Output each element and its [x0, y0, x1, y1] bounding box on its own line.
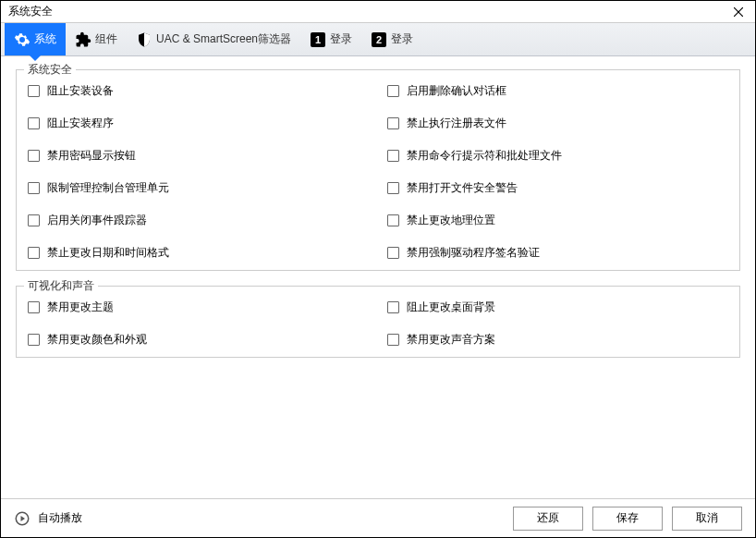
tab-label: 组件: [95, 31, 117, 47]
option-disable-cmd-batch[interactable]: 禁用命令行提示符和批处理文件: [387, 148, 728, 164]
option-label: 阻止安装程序: [47, 116, 114, 131]
autoplay-button[interactable]: 自动播放: [14, 510, 82, 527]
option-enable-shutdown-tracker[interactable]: 启用关闭事件跟踪器: [28, 213, 369, 228]
option-block-change-wallpaper[interactable]: 阻止更改桌面背景: [387, 300, 728, 315]
option-label: 禁用打开文件安全警告: [407, 180, 518, 196]
checkbox[interactable]: [28, 334, 40, 346]
checkbox[interactable]: [28, 117, 40, 129]
option-label: 限制管理控制台管理单元: [47, 180, 169, 196]
tab-label: 系统: [34, 31, 56, 47]
option-disable-driver-signing[interactable]: 禁用强制驱动程序签名验证: [387, 245, 728, 261]
checkbox[interactable]: [387, 214, 399, 226]
option-label: 禁止执行注册表文件: [407, 116, 506, 131]
number-2-icon: 2: [371, 31, 387, 48]
option-block-install-device[interactable]: 阻止安装设备: [28, 83, 369, 99]
options-grid: 阻止安装设备 启用删除确认对话框 阻止安装程序 禁止执行注册表文件 禁用密码显示…: [28, 83, 728, 261]
option-label: 禁用更改声音方案: [407, 332, 495, 348]
group-title: 可视化和声音: [24, 278, 98, 294]
autoplay-label: 自动播放: [38, 510, 82, 526]
option-disable-change-geolocation[interactable]: 禁止更改地理位置: [387, 213, 728, 228]
group-visual-sound: 可视化和声音 禁用更改主题 阻止更改桌面背景 禁用更改颜色和外观 禁用更改声音方…: [16, 286, 740, 358]
checkbox[interactable]: [387, 334, 399, 346]
tab-login-1[interactable]: 1 登录: [300, 23, 361, 55]
option-disable-password-reveal[interactable]: 禁用密码显示按钮: [28, 148, 369, 164]
tab-label: 登录: [391, 31, 413, 47]
puzzle-icon: [75, 31, 91, 48]
option-disable-registry-exec[interactable]: 禁止执行注册表文件: [387, 116, 728, 131]
footer: 自动播放 还原 保存 取消: [1, 498, 755, 537]
titlebar: 系统安全: [1, 1, 755, 23]
tab-system[interactable]: 系统: [5, 23, 66, 55]
gear-icon: [14, 31, 30, 48]
option-label: 禁用更改主题: [47, 300, 114, 315]
tab-login-2[interactable]: 2 登录: [361, 23, 422, 55]
play-icon: [14, 510, 30, 527]
option-disable-change-theme[interactable]: 禁用更改主题: [28, 300, 369, 315]
restore-button[interactable]: 还原: [513, 507, 583, 531]
cancel-button[interactable]: 取消: [672, 507, 742, 531]
option-label: 启用关闭事件跟踪器: [47, 213, 147, 228]
option-label: 禁止更改日期和时间格式: [47, 245, 169, 261]
save-button[interactable]: 保存: [592, 507, 663, 531]
option-label: 禁用强制驱动程序签名验证: [407, 245, 540, 261]
option-label: 禁用更改颜色和外观: [47, 332, 147, 348]
option-label: 启用删除确认对话框: [407, 83, 506, 99]
option-disable-change-sound[interactable]: 禁用更改声音方案: [387, 332, 728, 348]
group-title: 系统安全: [24, 62, 76, 78]
checkbox[interactable]: [387, 150, 399, 162]
option-enable-delete-confirm[interactable]: 启用删除确认对话框: [387, 83, 728, 99]
option-disable-open-file-warning[interactable]: 禁用打开文件安全警告: [387, 180, 728, 196]
content-area: 系统安全 阻止安装设备 启用删除确认对话框 阻止安装程序 禁止执行注册表文件 禁…: [1, 56, 755, 498]
option-label: 禁用命令行提示符和批处理文件: [407, 148, 562, 164]
tab-uac-smartscreen[interactable]: UAC & SmartScreen筛选器: [127, 23, 300, 55]
option-disable-change-color[interactable]: 禁用更改颜色和外观: [28, 332, 369, 348]
option-restrict-mmc[interactable]: 限制管理控制台管理单元: [28, 180, 369, 196]
number-1-icon: 1: [310, 31, 326, 48]
checkbox[interactable]: [28, 150, 40, 162]
checkbox[interactable]: [387, 182, 399, 194]
option-label: 阻止更改桌面背景: [407, 300, 495, 315]
option-block-install-program[interactable]: 阻止安装程序: [28, 116, 369, 131]
checkbox[interactable]: [28, 214, 40, 226]
options-grid: 禁用更改主题 阻止更改桌面背景 禁用更改颜色和外观 禁用更改声音方案: [28, 300, 728, 348]
tabbar: 系统 组件 UAC & SmartScreen筛选器 1 登录 2 登录: [1, 23, 755, 56]
checkbox[interactable]: [28, 182, 40, 194]
checkbox[interactable]: [28, 301, 40, 313]
tab-label: 登录: [330, 31, 352, 47]
checkbox[interactable]: [387, 117, 399, 129]
option-label: 阻止安装设备: [47, 83, 114, 99]
shield-icon: [136, 31, 152, 48]
group-system-security: 系统安全 阻止安装设备 启用删除确认对话框 阻止安装程序 禁止执行注册表文件 禁…: [16, 69, 740, 271]
tab-components[interactable]: 组件: [66, 23, 127, 55]
checkbox[interactable]: [387, 247, 399, 259]
option-disable-change-datetime[interactable]: 禁止更改日期和时间格式: [28, 245, 369, 261]
checkbox[interactable]: [387, 301, 399, 313]
close-button[interactable]: [729, 3, 748, 21]
checkbox[interactable]: [387, 85, 399, 97]
checkbox[interactable]: [28, 247, 40, 259]
option-label: 禁止更改地理位置: [407, 213, 495, 228]
close-icon: [734, 7, 743, 17]
option-label: 禁用密码显示按钮: [47, 148, 136, 164]
tab-label: UAC & SmartScreen筛选器: [156, 31, 291, 47]
window-title: 系统安全: [8, 4, 53, 19]
checkbox[interactable]: [28, 85, 40, 97]
